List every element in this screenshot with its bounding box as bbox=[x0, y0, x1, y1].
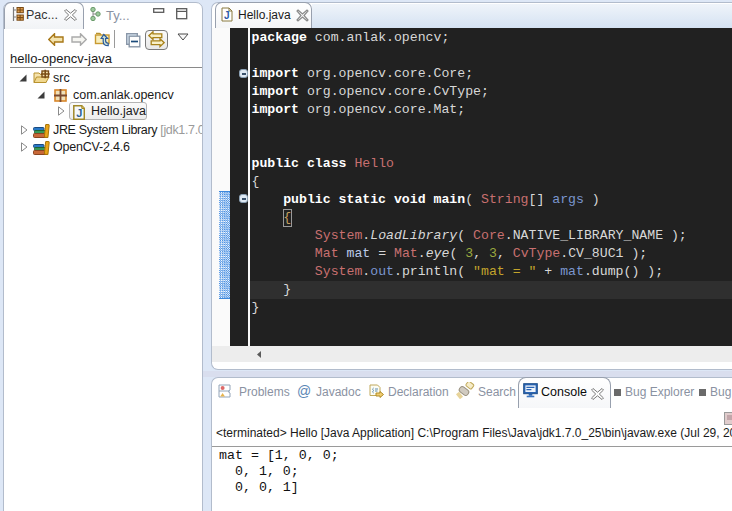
svg-text:J: J bbox=[76, 107, 82, 119]
svg-text:J: J bbox=[224, 10, 230, 21]
